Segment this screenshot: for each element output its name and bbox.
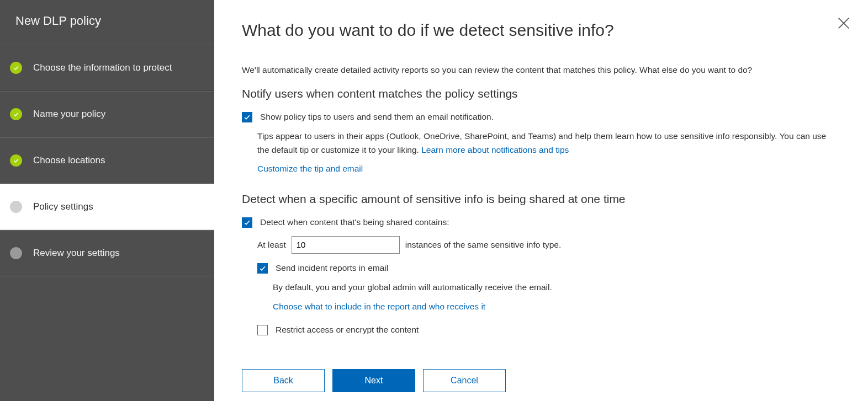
wizard-title: New DLP policy	[0, 0, 214, 45]
wizard-step-4[interactable]: Review your settings	[0, 230, 214, 276]
learn-more-notifications-link[interactable]: Learn more about notifications and tips	[421, 145, 569, 154]
wizard-rail: New DLP policy Choose the information to…	[0, 0, 214, 401]
send-reports-description: By default, you and your global admin wi…	[273, 281, 840, 295]
check-icon	[10, 62, 22, 74]
report-config-link[interactable]: Choose what to include in the report and…	[273, 300, 485, 314]
wizard-step-2[interactable]: Choose locations	[0, 137, 214, 184]
wizard-step-label: Policy settings	[33, 201, 93, 212]
page-lede: We'll automatically create detailed acti…	[242, 65, 840, 75]
wizard-step-3[interactable]: Policy settings	[0, 184, 214, 230]
circle-icon	[10, 247, 22, 259]
check-icon	[10, 154, 22, 167]
section-notify-heading: Notify users when content matches the po…	[242, 87, 840, 100]
circle-icon	[10, 201, 22, 213]
page-title: What do you want to do if we detect sens…	[242, 21, 840, 40]
instance-count-input[interactable]	[292, 236, 400, 254]
wizard-step-label: Choose locations	[33, 155, 105, 166]
wizard-step-0[interactable]: Choose the information to protect	[0, 45, 214, 91]
restrict-access-label: Restrict access or encrypt the content	[276, 323, 419, 337]
send-incident-reports-label: Send incident reports in email	[276, 261, 388, 275]
next-button[interactable]: Next	[332, 369, 415, 392]
at-least-label: At least	[257, 240, 286, 250]
show-policy-tips-checkbox[interactable]	[242, 112, 252, 122]
detect-content-label: Detect when content that's being shared …	[260, 216, 449, 229]
tips-description: Tips appear to users in their apps (Outl…	[257, 130, 840, 157]
wizard-step-label: Name your policy	[33, 109, 105, 120]
send-incident-reports-checkbox[interactable]	[257, 263, 268, 274]
wizard-step-label: Choose the information to protect	[33, 62, 172, 73]
restrict-access-checkbox[interactable]	[257, 325, 268, 335]
section-detect-heading: Detect when a specific amount of sensiti…	[242, 193, 840, 206]
cancel-button[interactable]: Cancel	[423, 369, 506, 392]
customize-tip-email-link[interactable]: Customize the tip and email	[257, 162, 363, 176]
back-button[interactable]: Back	[242, 369, 325, 392]
main-panel: What do you want to do if we detect sens…	[214, 0, 868, 401]
wizard-step-label: Review your settings	[33, 248, 120, 259]
close-icon[interactable]	[836, 15, 851, 31]
instances-suffix-label: instances of the same sensitive info typ…	[405, 240, 562, 250]
button-bar: Back Next Cancel	[242, 369, 506, 392]
check-icon	[10, 108, 22, 120]
instance-count-row: At least instances of the same sensitive…	[257, 236, 840, 254]
wizard-step-1[interactable]: Name your policy	[0, 91, 214, 137]
show-policy-tips-label: Show policy tips to users and send them …	[260, 110, 494, 124]
detect-content-checkbox[interactable]	[242, 217, 252, 228]
